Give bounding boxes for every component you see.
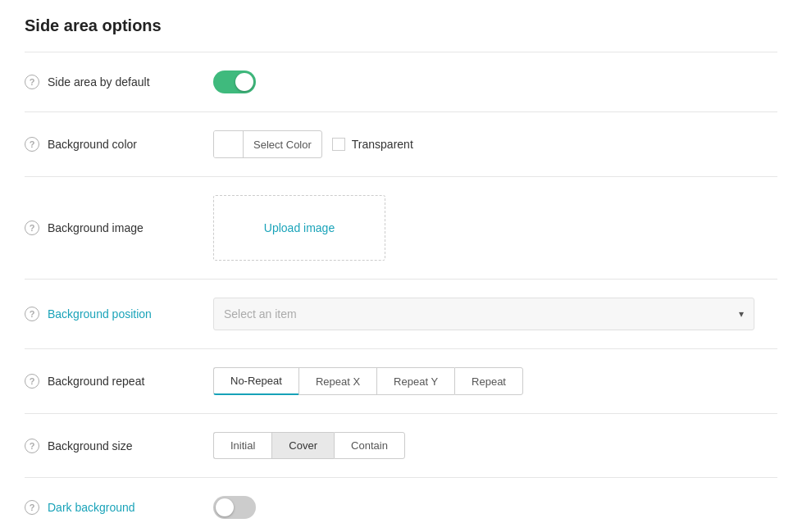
label-background-image: Background image [48,221,144,234]
color-btn-label: Select Color [244,139,321,151]
help-icon-side-area-default[interactable]: ? [25,75,39,89]
label-area-dark-background: ? Dark background [25,500,213,515]
control-background-size: Initial Cover Contain [213,432,777,459]
transparent-label: Transparent [352,138,413,151]
label-area-background-image: ? Background image [25,221,213,235]
size-btn-group: Initial Cover Contain [213,432,405,459]
help-icon-background-repeat[interactable]: ? [25,374,39,389]
label-side-area-default: Side area by default [48,75,150,89]
control-background-position: Select an item ▾ [213,298,777,330]
toggle-side-area-default[interactable] [213,70,256,93]
help-icon-background-size[interactable]: ? [25,439,39,453]
repeat-btn-repeat-x[interactable]: Repeat X [298,367,376,395]
background-position-dropdown[interactable]: Select an item ▾ [213,298,754,330]
main-container: Side area options ? Side area by default… [0,0,802,532]
control-background-color: Select Color Transparent [213,130,777,158]
chevron-down-icon: ▾ [739,308,744,320]
control-background-image: Upload image [213,195,777,261]
label-background-size: Background size [48,439,133,452]
control-background-repeat: No-Repeat Repeat X Repeat Y Repeat [213,367,777,395]
label-area-side-area-default: ? Side area by default [25,75,213,89]
help-icon-background-color[interactable]: ? [25,137,39,152]
label-background-position: Background position [48,307,152,321]
repeat-btn-no-repeat[interactable]: No-Repeat [213,367,298,395]
upload-image-button[interactable]: Upload image [213,195,385,261]
repeat-btn-repeat-y[interactable]: Repeat Y [376,367,454,395]
label-background-repeat: Background repeat [48,375,144,388]
transparent-area: Transparent [332,138,413,151]
toggle-thumb [235,73,253,91]
label-background-color: Background color [48,138,137,151]
help-icon-background-position[interactable]: ? [25,307,39,321]
row-dark-background: ? Dark background [25,478,777,532]
row-background-image: ? Background image Upload image [25,177,777,280]
toggle-thumb-dark [216,498,234,516]
page-title: Side area options [25,16,777,35]
help-icon-background-image[interactable]: ? [25,221,39,235]
color-picker-button[interactable]: Select Color [213,130,322,158]
size-btn-cover[interactable]: Cover [271,432,334,459]
label-area-background-size: ? Background size [25,439,213,453]
control-dark-background [213,496,777,519]
row-background-color: ? Background color Select Color Transpar… [25,112,777,177]
repeat-btn-group: No-Repeat Repeat X Repeat Y Repeat [213,367,523,395]
row-background-position: ? Background position Select an item ▾ [25,280,777,349]
dropdown-placeholder: Select an item [224,307,297,321]
control-side-area-default [213,70,777,93]
size-btn-initial[interactable]: Initial [213,432,271,459]
label-area-background-position: ? Background position [25,307,213,321]
transparent-checkbox[interactable] [332,138,345,151]
label-dark-background: Dark background [48,501,135,514]
upload-label: Upload image [264,221,335,234]
toggle-dark-background[interactable] [213,496,256,519]
size-btn-contain[interactable]: Contain [334,432,405,459]
repeat-btn-repeat[interactable]: Repeat [454,367,523,395]
color-swatch [214,130,244,158]
label-area-background-repeat: ? Background repeat [25,374,213,389]
label-area-background-color: ? Background color [25,137,213,152]
row-side-area-default: ? Side area by default [25,52,777,112]
row-background-size: ? Background size Initial Cover Contain [25,414,777,478]
help-icon-dark-background[interactable]: ? [25,500,39,515]
row-background-repeat: ? Background repeat No-Repeat Repeat X R… [25,349,777,414]
